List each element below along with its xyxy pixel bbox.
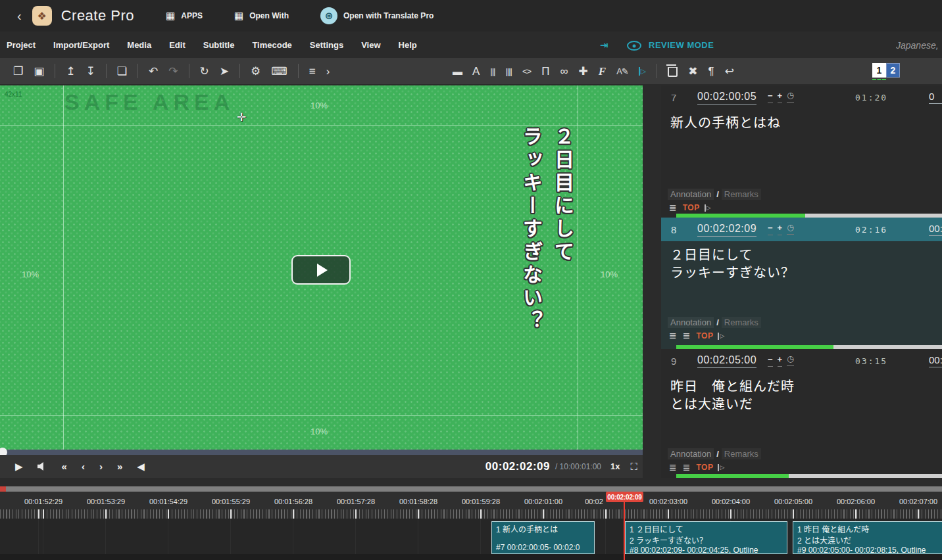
- settings-gear-icon[interactable]: ⚙: [251, 66, 260, 77]
- end-timecode-field[interactable]: 00:0: [929, 223, 942, 236]
- rewind-double-icon[interactable]: «: [62, 461, 67, 472]
- two-line-button[interactable]: 2: [886, 63, 900, 78]
- fullscreen-icon[interactable]: ⛶: [630, 461, 637, 473]
- plus-icon[interactable]: +: [778, 91, 783, 103]
- timeline-block-8[interactable]: 1 ２日目にして 2 ラッキーすぎない？ #8 00:02:02:09- 00:…: [625, 521, 787, 554]
- seek-bar[interactable]: [0, 450, 643, 455]
- back-icon[interactable]: ‹: [17, 9, 22, 24]
- subtitle-text[interactable]: ２日目にして ラッキーすぎない？: [670, 246, 795, 282]
- send-icon[interactable]: ➤: [220, 66, 229, 77]
- menu-settings[interactable]: Settings: [310, 40, 343, 50]
- video-preview[interactable]: 42x11 SAFE AREA 10% 10% 10% 10% ２日目にして ラ…: [0, 85, 643, 450]
- hamburger-menu-icon[interactable]: ≡: [309, 66, 316, 77]
- subtitle-row-8[interactable]: 8 00:02:02:09 − + ◷ 02:16 00:0 ２日目にして ラッ…: [661, 218, 942, 349]
- play-icon[interactable]: ▶: [15, 461, 23, 473]
- text-block-icon[interactable]: ▬: [453, 66, 462, 76]
- row-tabs: Annotation/Remarks: [668, 189, 761, 199]
- lines-icon: ≣: [683, 331, 691, 341]
- menu-subtitle[interactable]: Subtitle: [203, 40, 235, 50]
- keyboard-icon[interactable]: ⌨: [271, 66, 287, 77]
- playback-speed[interactable]: 1x: [610, 461, 620, 471]
- video-copy-icon[interactable]: ❏: [117, 66, 127, 77]
- redo-icon[interactable]: ↷: [168, 66, 178, 77]
- link-icon[interactable]: ∞: [560, 66, 568, 77]
- apps-button[interactable]: ▦ APPS: [166, 10, 203, 22]
- start-timecode-field[interactable]: 00:02:00:05: [697, 91, 756, 105]
- clear-icon[interactable]: ✖: [688, 66, 697, 77]
- playhead-badge[interactable]: 00:02:02:09: [606, 492, 643, 502]
- play-backward-icon[interactable]: ◀: [137, 461, 145, 473]
- menu-media[interactable]: Media: [127, 40, 151, 50]
- open-with-translate-button[interactable]: ⊛ Open with Translate Pro: [320, 7, 434, 24]
- timeline-block-9[interactable]: 1 昨日 俺と組んだ時 2 とは大違いだ #9 00:02:05:00- 00:…: [793, 521, 942, 554]
- subtitle-row-7[interactable]: 7 00:02:00:05 − + ◷ 01:20 0 新人の手柄とはね Ann…: [661, 85, 942, 218]
- font-style-icon[interactable]: A: [472, 66, 480, 77]
- upload-icon[interactable]: ↥: [66, 66, 75, 77]
- forward-double-icon[interactable]: »: [117, 461, 122, 472]
- wrap-lines-icon[interactable]: ↩: [725, 66, 734, 77]
- tab-annotation[interactable]: Annotation: [668, 448, 714, 459]
- playhead-line[interactable]: [624, 502, 625, 560]
- end-timecode-field[interactable]: 00:0: [929, 354, 942, 367]
- italic-font-icon[interactable]: F: [599, 66, 606, 77]
- cps-progress-bar: [661, 474, 942, 478]
- pilcrow-icon[interactable]: ¶: [708, 66, 714, 77]
- timeline-block-7[interactable]: 1 新人の手柄とは #7 00:02:00:05- 00:02:0: [491, 521, 595, 554]
- volume-icon[interactable]: [37, 462, 47, 471]
- review-mode-toggle[interactable]: REVIEW MODE: [649, 40, 714, 50]
- prev-frame-icon[interactable]: ‹: [82, 461, 85, 472]
- menu-help[interactable]: Help: [399, 40, 417, 50]
- plus-icon[interactable]: +: [778, 354, 783, 367]
- menu-timecode[interactable]: Timecode: [252, 40, 291, 50]
- timeline-scrollbar[interactable]: [0, 486, 942, 492]
- next-frame-icon[interactable]: ›: [99, 461, 103, 472]
- timeline-track[interactable]: 1 新人の手柄とは #7 00:02:00:05- 00:02:0 1 ２日目に…: [0, 519, 942, 554]
- clock-icon[interactable]: ◷: [787, 91, 793, 103]
- minus-icon[interactable]: −: [768, 354, 773, 367]
- subtitle-row-9[interactable]: 9 00:02:05:00 − + ◷ 03:15 00:0 昨日 俺と組んだ時…: [661, 349, 942, 478]
- open-with-button[interactable]: ▦ Open With: [234, 10, 289, 22]
- trash-icon[interactable]: [668, 67, 678, 77]
- undo-icon[interactable]: ↶: [149, 66, 158, 77]
- center-play-button[interactable]: [291, 255, 351, 285]
- tab-remarks[interactable]: Remarks: [722, 317, 761, 328]
- subtitle-text[interactable]: 新人の手柄とはね: [670, 114, 781, 132]
- plus-icon[interactable]: +: [778, 223, 783, 235]
- save-icon[interactable]: ▣: [34, 66, 44, 77]
- add-subtitle-icon[interactable]: ✚: [579, 66, 588, 77]
- start-timecode-field[interactable]: 00:02:05:00: [697, 354, 756, 368]
- split-merge-icon[interactable]: Π: [541, 66, 549, 77]
- clock-icon[interactable]: ◷: [787, 354, 793, 366]
- clock-icon[interactable]: ◷: [787, 223, 793, 235]
- minus-icon[interactable]: −: [768, 91, 773, 103]
- menu-view[interactable]: View: [361, 40, 380, 50]
- ruler-label: 00:02:03:00: [649, 498, 687, 505]
- download-icon[interactable]: ↧: [86, 66, 95, 77]
- minus-icon[interactable]: −: [768, 223, 773, 235]
- toolbar-separator: [657, 64, 657, 78]
- app-title: Create Pro: [61, 7, 134, 24]
- start-timecode-field[interactable]: 00:02:02:09: [697, 223, 756, 237]
- tab-annotation[interactable]: Annotation: [668, 317, 714, 328]
- tab-annotation[interactable]: Annotation: [668, 189, 714, 200]
- find-replace-icon[interactable]: ↻: [200, 66, 209, 77]
- qc-flag-icon[interactable]: ▷: [639, 67, 646, 76]
- open-file-icon[interactable]: ❐: [13, 66, 23, 77]
- one-line-button[interactable]: 1: [872, 63, 886, 78]
- timeline-ruler[interactable]: 00:01:52:29 00:01:53:29 00:01:54:29 00:0…: [0, 492, 942, 509]
- row-meta: ≣ ≣ TOP ▷: [669, 462, 724, 473]
- menu-project[interactable]: Project: [7, 40, 36, 50]
- grid-size-label: 42x11: [5, 91, 22, 98]
- subtitle-text[interactable]: 昨日 俺と組んだ時 とは大違いだ: [670, 378, 795, 413]
- tab-remarks[interactable]: Remarks: [722, 189, 761, 200]
- expand-toolbar-icon[interactable]: ›: [326, 66, 330, 77]
- end-timecode-field[interactable]: 0: [929, 91, 942, 104]
- tab-remarks[interactable]: Remarks: [722, 448, 761, 459]
- menu-edit[interactable]: Edit: [169, 40, 186, 50]
- vertical-text-icon[interactable]: |||: [490, 67, 495, 76]
- menu-import-export[interactable]: Import/Export: [53, 40, 109, 50]
- dock-panel-icon[interactable]: ⇥: [600, 39, 608, 51]
- spellcheck-icon[interactable]: A✎: [616, 67, 628, 76]
- vertical-ruler-icon[interactable]: ||||: [505, 67, 512, 76]
- code-tag-icon[interactable]: <>: [522, 67, 531, 76]
